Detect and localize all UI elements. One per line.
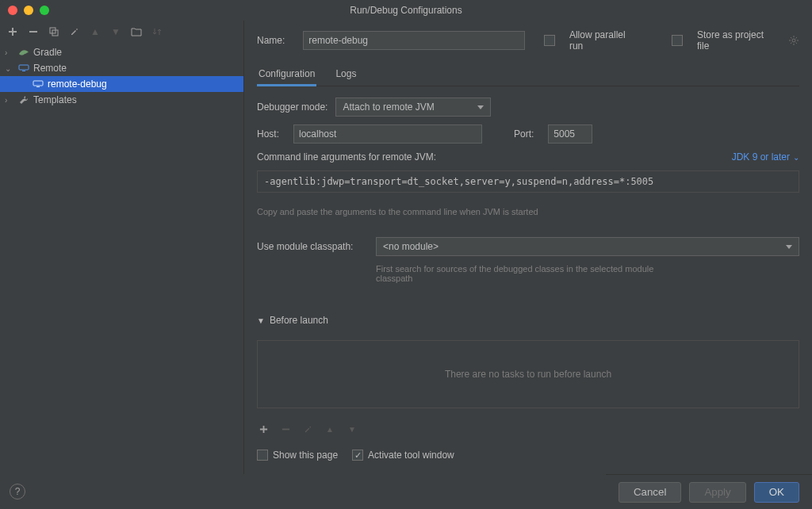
task-up-button[interactable]: ▲	[324, 423, 336, 435]
sort-button[interactable]	[151, 25, 163, 38]
activate-tool-checkbox[interactable]	[352, 450, 363, 461]
window-close-button[interactable]	[8, 6, 17, 15]
svg-rect-3	[19, 65, 29, 70]
move-down-button[interactable]: ▼	[109, 25, 122, 38]
help-button[interactable]: ?	[10, 484, 25, 499]
collapse-icon[interactable]: ▼	[257, 316, 265, 325]
chevron-down-icon: ⌄	[5, 64, 14, 73]
tabs: Configuration Logs	[257, 63, 799, 86]
add-config-button[interactable]	[6, 25, 19, 38]
chevron-right-icon: ›	[5, 96, 14, 105]
config-tree: › Gradle ⌄ Remote r	[0, 43, 243, 474]
tree-item-remote-debug[interactable]: remote-debug	[0, 76, 243, 92]
module-value: <no module>	[383, 241, 439, 252]
ok-button[interactable]: OK	[754, 482, 799, 503]
cmdline-label: Command line arguments for remote JVM:	[257, 151, 436, 163]
window-title: Run/Debug Configurations	[8, 5, 804, 16]
tree-item-label: Templates	[33, 94, 77, 105]
tree-item-templates[interactable]: › Templates	[0, 92, 243, 108]
window-zoom-button[interactable]	[40, 6, 49, 15]
tree-item-label: Gradle	[33, 47, 62, 58]
folder-button[interactable]	[130, 25, 143, 38]
move-up-button[interactable]: ▲	[89, 25, 102, 38]
debugger-mode-label: Debugger mode:	[257, 101, 327, 113]
debugger-mode-value: Attach to remote JVM	[343, 101, 434, 113]
cmdline-hint: Copy and paste the arguments to the comm…	[257, 207, 799, 216]
before-launch-label: Before launch	[270, 315, 328, 326]
tab-configuration[interactable]: Configuration	[257, 63, 316, 86]
task-edit-button[interactable]	[301, 423, 314, 435]
tree-item-remote[interactable]: ⌄ Remote	[0, 60, 243, 76]
before-launch-empty: There are no tasks to run before launch	[445, 369, 611, 380]
sidebar-toolbar: ▲ ▼	[0, 21, 243, 43]
cmdline-field[interactable]: -agentlib:jdwp=transport=dt_socket,serve…	[257, 170, 799, 193]
svg-point-7	[792, 39, 795, 42]
copy-config-button[interactable]	[48, 25, 60, 38]
svg-rect-6	[36, 86, 40, 87]
module-hint: First search for sources of the debugged…	[376, 264, 661, 283]
tab-logs[interactable]: Logs	[334, 63, 358, 86]
host-label: Host:	[257, 128, 285, 140]
jdk-version-link[interactable]: JDK 9 or later⌄	[732, 151, 799, 163]
remove-config-button[interactable]	[27, 25, 40, 38]
titlebar: Run/Debug Configurations	[0, 0, 812, 21]
show-page-label: Show this page	[273, 450, 338, 461]
svg-rect-4	[22, 71, 25, 71]
task-add-button[interactable]	[257, 423, 270, 435]
allow-parallel-label: Allow parallel run	[569, 29, 639, 52]
remote-icon	[32, 78, 44, 90]
store-file-checkbox[interactable]	[672, 35, 683, 46]
tree-item-label: remote-debug	[48, 78, 107, 90]
chevron-right-icon: ›	[5, 48, 14, 57]
activate-tool-label: Activate tool window	[368, 450, 454, 461]
task-remove-button[interactable]	[279, 423, 292, 435]
tree-item-label: Remote	[33, 63, 67, 74]
module-label: Use module classpath:	[257, 241, 368, 252]
gear-icon[interactable]	[788, 35, 799, 46]
cmdline-value: -agentlib:jdwp=transport=dt_socket,serve…	[264, 176, 653, 187]
sidebar: ▲ ▼ › Gradle ⌄	[0, 21, 244, 474]
remote-icon	[17, 62, 30, 75]
show-page-checkbox[interactable]	[257, 450, 268, 461]
svg-rect-0	[29, 31, 37, 33]
tree-item-gradle[interactable]: › Gradle	[0, 44, 243, 60]
svg-rect-8	[282, 428, 289, 430]
port-label: Port:	[514, 128, 534, 140]
name-label: Name:	[257, 35, 293, 46]
window-minimize-button[interactable]	[24, 6, 33, 15]
apply-button[interactable]: Apply	[689, 482, 745, 503]
task-down-button[interactable]: ▼	[346, 423, 358, 435]
port-input[interactable]	[548, 124, 592, 144]
cancel-button[interactable]: Cancel	[619, 482, 682, 503]
host-input[interactable]	[293, 124, 482, 144]
gradle-icon	[17, 46, 30, 59]
svg-rect-5	[33, 81, 43, 86]
before-launch-list: There are no tasks to run before launch	[257, 340, 799, 408]
debugger-mode-select[interactable]: Attach to remote JVM	[335, 98, 491, 117]
wrench-icon	[17, 94, 30, 106]
main-panel: Name: Allow parallel run Store as projec…	[244, 21, 812, 474]
name-input[interactable]	[303, 31, 525, 50]
edit-config-button[interactable]	[68, 25, 81, 38]
store-file-label: Store as project file	[697, 29, 776, 52]
allow-parallel-checkbox[interactable]	[544, 35, 555, 46]
chevron-down-icon: ⌄	[793, 153, 799, 162]
jdk-version-text: JDK 9 or later	[732, 151, 790, 163]
module-select[interactable]: <no module>	[376, 237, 799, 256]
